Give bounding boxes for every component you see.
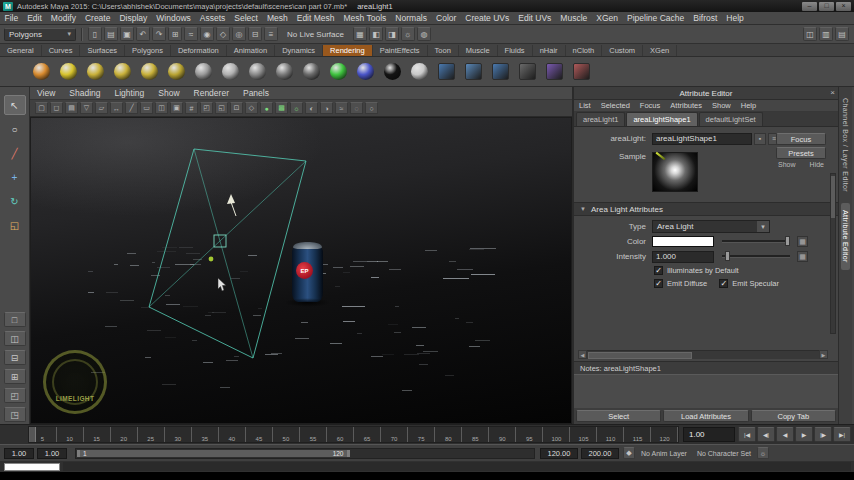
shelf-tab[interactable]: Custom (602, 45, 643, 56)
shelf-layered-shader[interactable] (303, 63, 320, 80)
ae-menu-item[interactable]: List (574, 101, 596, 110)
panel-menu-item[interactable]: View (30, 88, 62, 98)
save-scene-icon[interactable]: ▣ (120, 27, 134, 41)
use-all-lights-icon[interactable]: ☼ (290, 102, 303, 114)
smooth-shade-icon[interactable]: ● (260, 102, 273, 114)
shelf-tab[interactable]: Curves (42, 45, 81, 56)
menu-item[interactable]: Normals (391, 13, 432, 23)
ae-menu-item[interactable]: Focus (635, 101, 665, 110)
anim-layer-label[interactable]: No Anim Layer (641, 450, 687, 457)
attribute-editor-tab[interactable]: Attribute Editor (841, 203, 850, 270)
hypershade-icon[interactable]: ◍ (417, 27, 431, 41)
menu-item[interactable]: Select (230, 13, 263, 23)
shelf-tab[interactable]: Animation (227, 45, 275, 56)
menu-item[interactable]: Color (432, 13, 461, 23)
field-chart-icon[interactable]: # (185, 102, 198, 114)
color-slider[interactable] (722, 240, 790, 243)
select-tool[interactable]: ↖ (4, 95, 26, 115)
show-channel-box-icon[interactable]: ▤ (835, 27, 849, 41)
snap-to-curve-icon[interactable]: ≈ (184, 27, 198, 41)
gate-mask-icon[interactable]: ▣ (170, 102, 183, 114)
ae-tab[interactable]: areaLightShape1 (626, 112, 697, 126)
four-pane-layout-button[interactable]: ⊞ (4, 369, 26, 384)
menu-item[interactable]: Edit UVs (514, 13, 556, 23)
close-icon[interactable]: × (830, 88, 835, 97)
ipr-render-icon[interactable]: ◨ (385, 27, 399, 41)
ae-menu-item[interactable]: Selected (596, 101, 635, 110)
shelf-tab[interactable]: General (0, 45, 42, 56)
panel-menu-item[interactable]: Shading (62, 88, 107, 98)
light-type-dropdown[interactable]: Area Light ▾ (652, 220, 770, 233)
go-to-end-button[interactable]: ▶| (833, 427, 851, 442)
x-ray-icon[interactable]: ◌ (350, 102, 363, 114)
shelf-render-current-frame[interactable] (465, 63, 482, 80)
shadows-icon[interactable]: ◐ (305, 102, 318, 114)
step-back-frame-button[interactable]: ◀| (757, 427, 775, 442)
viewport[interactable]: EP LIMELIGHT (30, 117, 572, 424)
construction-history-icon[interactable]: ⊟ (248, 27, 262, 41)
ae-menu-item[interactable]: Help (736, 101, 761, 110)
timeline-track[interactable]: 5101520253035404550556065707580859095100… (28, 426, 679, 443)
menu-item[interactable]: XGen (592, 13, 623, 23)
menu-item[interactable]: Create UVs (461, 13, 514, 23)
attribute-editor-header[interactable]: Attribute Editor × (574, 87, 838, 100)
section-area-light-attributes[interactable]: ▼ Area Light Attributes (574, 202, 838, 216)
playback-end-field[interactable]: 120.00 (540, 448, 578, 459)
shelf-anisotropic-material[interactable] (195, 63, 212, 80)
menu-item[interactable]: File (0, 13, 23, 23)
outliner-persp-layout-button[interactable]: ◳ (4, 407, 26, 422)
render-current-frame-icon[interactable]: ◧ (369, 27, 383, 41)
resolution-gate-icon[interactable]: ◫ (155, 102, 168, 114)
new-scene-icon[interactable]: ▯ (88, 27, 102, 41)
shelf-hypershade[interactable] (546, 63, 563, 80)
shelf-tab[interactable]: PaintEffects (373, 45, 428, 56)
menu-item[interactable]: Muscle (556, 13, 592, 23)
two-pane-side-layout-button[interactable]: ◫ (4, 331, 26, 346)
safe-action-icon[interactable]: ◰ (200, 102, 213, 114)
paint-select-tool[interactable]: ╱ (4, 143, 26, 163)
motion-blur-icon[interactable]: ≈ (335, 102, 348, 114)
menu-item[interactable]: Mesh Tools (339, 13, 391, 23)
footer-button[interactable]: Select (576, 410, 661, 422)
shelf-volume-light[interactable] (168, 63, 185, 80)
command-line-input[interactable] (4, 463, 60, 471)
range-track[interactable]: 1 120 (75, 448, 535, 459)
scroll-left-icon[interactable]: ◀ (578, 350, 587, 359)
menu-item[interactable]: Help (722, 13, 748, 23)
two-d-pan-zoom-icon[interactable]: ↔ (110, 102, 123, 114)
intensity-texture-map-button[interactable]: ▦ (797, 251, 808, 262)
step-forward-frame-button[interactable]: |▶ (814, 427, 832, 442)
select-by-hierarchy-icon[interactable]: ≡ (264, 27, 278, 41)
shelf-directional-light[interactable] (60, 63, 77, 80)
panel-menu-item[interactable]: Renderer (187, 88, 236, 98)
notes-header[interactable]: Notes: areaLightShape1 (574, 361, 838, 374)
shelf-ambient-light[interactable] (33, 63, 50, 80)
scrollbar-thumb[interactable] (588, 352, 692, 359)
film-gate-icon[interactable]: ▭ (140, 102, 153, 114)
render-settings-icon[interactable]: ☼ (401, 27, 415, 41)
shelf-render-view[interactable] (438, 63, 455, 80)
shelf-lambert-material[interactable] (249, 63, 266, 80)
channel-box-tab[interactable]: Channel Box / Layer Editor (841, 91, 850, 199)
make-object-live-icon[interactable]: ◎ (232, 27, 246, 41)
menu-item[interactable]: Edit Mesh (292, 13, 339, 23)
scrollbar-thumb[interactable] (831, 176, 835, 218)
shelf-ramp-shader[interactable] (330, 63, 347, 80)
shelf-tab[interactable]: Dynamics (275, 45, 323, 56)
undo-icon[interactable]: ↶ (136, 27, 150, 41)
shelf-tab[interactable]: Rendering (323, 45, 373, 56)
area-light-wireframe[interactable] (149, 149, 306, 358)
menu-item[interactable]: Assets (195, 13, 230, 23)
panel-menu-item[interactable]: Panels (236, 88, 276, 98)
shelf-tab[interactable]: nCloth (566, 45, 603, 56)
focus-button[interactable]: Focus (776, 133, 826, 145)
color-texture-map-button[interactable]: ▦ (797, 236, 808, 247)
ae-menu-item[interactable]: Attributes (665, 101, 707, 110)
single-pane-layout-button[interactable]: □ (4, 312, 26, 327)
panel-menu-item[interactable]: Show (151, 88, 186, 98)
range-bar[interactable]: 1 120 (77, 450, 350, 457)
menu-item[interactable]: Create (80, 13, 115, 23)
bookmarks-icon[interactable]: ▽ (80, 102, 93, 114)
auto-keyframe-icon[interactable]: ◆ (623, 447, 635, 459)
render-view-icon[interactable]: ▦ (353, 27, 367, 41)
